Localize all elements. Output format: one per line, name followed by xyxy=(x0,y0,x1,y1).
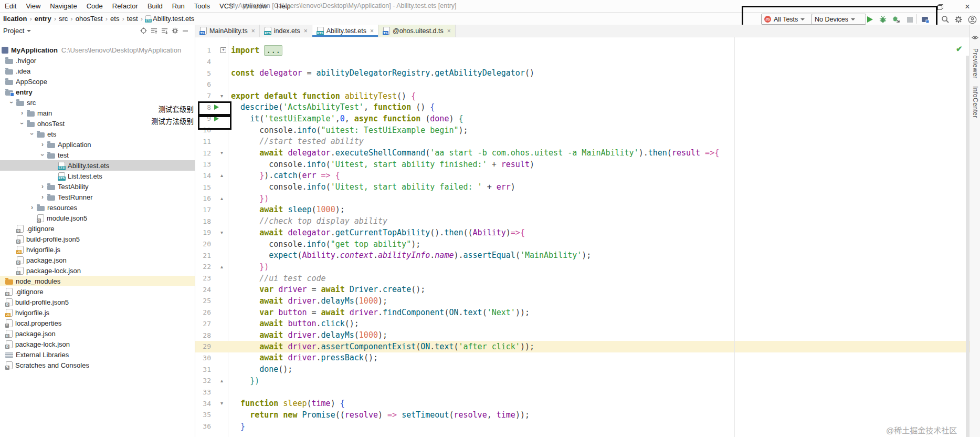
code-line-33[interactable]: 33 xyxy=(195,387,970,398)
tree-item-MyApplication[interactable]: MyApplicationC:\Users\lenovo\Desktop\MyA… xyxy=(0,45,195,55)
breadcrumb-item-ohosTest[interactable]: ohosTest xyxy=(75,15,104,23)
tool-tab-previewer[interactable]: Previewer xyxy=(972,48,979,79)
fold-up-icon[interactable]: ▴ xyxy=(220,173,223,178)
tab-indexets[interactable]: ETSindex.ets× xyxy=(260,25,312,37)
tree-item-AppScope[interactable]: AppScope xyxy=(0,76,195,87)
collapse-all-button[interactable] xyxy=(159,27,170,35)
code-line-22[interactable]: 22▴ }) xyxy=(195,261,970,273)
tree-chevron-icon[interactable]: › xyxy=(38,141,47,148)
tool-tab-infocenter[interactable]: InfoCenter xyxy=(972,86,979,118)
code-line-32[interactable]: 32▴ }) xyxy=(195,375,970,387)
tree-chevron-icon[interactable]: › xyxy=(17,109,27,117)
panel-settings-button[interactable] xyxy=(170,27,180,35)
code-line-14[interactable]: 14▴ }).catch(err => { xyxy=(195,170,970,182)
close-tab-icon[interactable]: × xyxy=(447,27,451,35)
code-line-10[interactable]: 10 console.info("uitest: TestUiExample b… xyxy=(195,124,970,136)
code-line-21[interactable]: 21 expect(Ability.context.abilityInfo.na… xyxy=(195,249,970,261)
menu-navigate[interactable]: Navigate xyxy=(45,2,81,10)
code-line-25[interactable]: 25 await driver.delayMs(1000); xyxy=(195,295,970,307)
tree-item-ExternalLibraries[interactable]: External Libraries xyxy=(0,349,195,360)
locate-file-button[interactable] xyxy=(138,27,149,35)
code-line-34[interactable]: 34▾ function sleep(time) { xyxy=(195,398,970,409)
tree-chevron-icon[interactable]: › xyxy=(27,204,37,211)
fold-down-icon[interactable]: ▾ xyxy=(220,150,223,155)
tree-item-hvigorfilejs[interactable]: JShvigorfile.js xyxy=(0,244,195,255)
tree-item-modulejson5[interactable]: {}module.json5 xyxy=(0,213,195,223)
tree-item-buildprofilejson5[interactable]: {}build-profile.json5 xyxy=(0,297,195,307)
run-configuration-select[interactable]: JS All Tests xyxy=(761,14,814,25)
tab-MainAbilityts[interactable]: TSMainAbility.ts× xyxy=(195,25,260,37)
run-test-gutter-button[interactable] xyxy=(214,105,219,110)
close-tab-icon[interactable]: × xyxy=(251,27,255,35)
tree-item-hvigorfilejs[interactable]: JShvigorfile.js xyxy=(0,307,195,318)
code-line-17[interactable]: 17 await sleep(1000); xyxy=(195,204,970,216)
tree-item-packagelockjson[interactable]: {}package-lock.json xyxy=(0,339,195,349)
menu-view[interactable]: View xyxy=(21,2,45,10)
attach-debugger-button[interactable] xyxy=(891,15,901,24)
tab-Abilitytestets[interactable]: ETSAbility.test.ets× xyxy=(312,25,378,37)
fold-down-icon[interactable]: ▾ xyxy=(220,401,223,406)
search-everywhere-button[interactable] xyxy=(941,15,950,24)
tree-item-gitignore[interactable]: ⊘.gitignore xyxy=(0,286,195,297)
code-line-28[interactable]: 28 await driver.delayMs(1000); xyxy=(195,329,970,341)
tree-chevron-icon[interactable]: › xyxy=(28,129,36,139)
code-line-11[interactable]: 11 //start tested ability xyxy=(195,136,970,148)
code-line-36[interactable]: 36 } xyxy=(195,421,970,432)
settings-button[interactable] xyxy=(954,15,963,24)
tree-item-localproperties[interactable]: ≡local.properties xyxy=(0,318,195,328)
editor-scrollbar[interactable] xyxy=(966,56,969,437)
breadcrumb-item-lication[interactable]: lication xyxy=(2,15,28,23)
code-line-31[interactable]: 31 done(); xyxy=(195,363,970,375)
code-line-19[interactable]: 19▾ await delegator.getCurrentTopAbility… xyxy=(195,227,970,238)
code-line-16[interactable]: 16▴ }) xyxy=(195,193,970,204)
debug-button[interactable] xyxy=(878,15,888,24)
tree-item-Abilitytestets[interactable]: ETSAbility.test.ets xyxy=(0,160,195,171)
run-button[interactable] xyxy=(865,15,874,24)
code-line-29[interactable]: 29 await driver.assertComponentExist(ON.… xyxy=(195,341,970,352)
code-line-30[interactable]: 30 await driver.pressBack(); xyxy=(195,352,970,364)
close-window-button[interactable]: × xyxy=(961,2,974,11)
stop-button[interactable] xyxy=(905,15,914,24)
tree-item-TestRunner[interactable]: ›TestRunner xyxy=(0,192,195,202)
project-panel-title[interactable]: Project xyxy=(3,27,24,35)
tree-item-hvigor[interactable]: .hvigor xyxy=(0,55,195,66)
tree-item-buildprofilejson5[interactable]: {}build-profile.json5 xyxy=(0,234,195,244)
breadcrumb-item-entry[interactable]: entry xyxy=(34,15,52,23)
fold-down-icon[interactable]: ▾ xyxy=(220,93,223,99)
tree-item-resources[interactable]: ›resources xyxy=(0,202,195,213)
tree-item-ScratchesandConsoles[interactable]: ✎Scratches and Consoles xyxy=(0,360,195,370)
device-select[interactable]: No Devices xyxy=(812,14,866,25)
menu-refactor[interactable]: Refactor xyxy=(108,2,143,10)
tree-item-ets[interactable]: ›ets xyxy=(0,129,195,139)
restore-window-button[interactable] xyxy=(933,2,947,11)
code-line-1[interactable]: 1+import ... xyxy=(195,45,970,56)
fold-up-icon[interactable]: ▴ xyxy=(220,196,223,201)
fold-up-icon[interactable]: ▴ xyxy=(220,378,223,383)
tree-chevron-icon[interactable]: › xyxy=(18,119,26,128)
tree-item-test[interactable]: ›test xyxy=(0,150,195,160)
tree-item-Listtestets[interactable]: ETSList.test.ets xyxy=(0,171,195,181)
code-line-9[interactable]: 9 it('testUiExample',0, async function (… xyxy=(195,113,970,124)
code-line-12[interactable]: 12▾ await delegator.executeShellCommand(… xyxy=(195,147,970,159)
code-line-23[interactable]: 23 //ui test code xyxy=(195,273,970,284)
code-line-35[interactable]: 35 return new Promise((resolve) => setTi… xyxy=(195,409,970,421)
tree-chevron-icon[interactable]: › xyxy=(39,150,46,160)
code-line-8[interactable]: 8 describe('ActsAbilityTest', function (… xyxy=(195,101,970,113)
fold-plus-icon[interactable]: + xyxy=(220,47,226,53)
tree-item-packagejson[interactable]: {}package.json xyxy=(0,328,195,339)
tree-chevron-icon[interactable]: › xyxy=(38,183,47,190)
account-button[interactable] xyxy=(967,15,977,24)
fold-up-icon[interactable]: ▴ xyxy=(220,264,223,269)
profiler-button[interactable] xyxy=(921,15,930,24)
hide-panel-button[interactable] xyxy=(180,27,191,35)
menu-code[interactable]: Code xyxy=(82,2,108,10)
breadcrumb-item-src[interactable]: src xyxy=(58,15,69,23)
code-line-5[interactable]: 5const delegator = abilityDelegatorRegis… xyxy=(195,67,970,79)
tree-chevron-icon[interactable]: › xyxy=(38,193,47,201)
menu-tools[interactable]: Tools xyxy=(189,2,215,10)
code-line-26[interactable]: 26 var button = await driver.findCompone… xyxy=(195,307,970,318)
code-line-15[interactable]: 15 console.info('Uitest, start ability f… xyxy=(195,181,970,193)
breadcrumb-item-Abilitytestets[interactable]: Ability.test.ets xyxy=(152,15,195,23)
breadcrumb-item-test[interactable]: test xyxy=(126,15,139,23)
tree-item-nodemodules[interactable]: node_modules xyxy=(0,276,195,286)
